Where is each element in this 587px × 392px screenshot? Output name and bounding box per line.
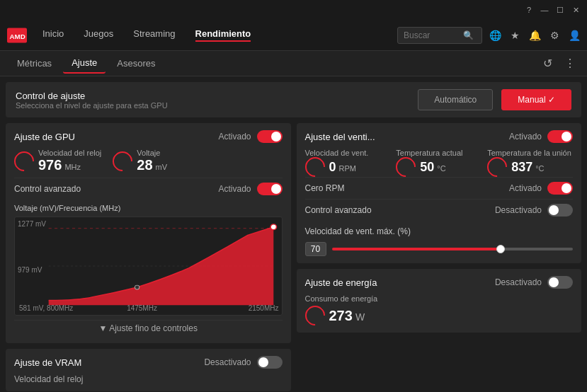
temp-union-metric: Temperatura de la unión 837 °C [487,149,573,177]
right-col: Ajuste del venti... Activado Velocidad d… [297,123,582,391]
tab-asesores[interactable]: Asesores [108,54,164,73]
gpu-card-status: Activado [218,132,251,142]
nav-bar: AMD Inicio Juegos Streaming Rendimiento … [0,20,587,51]
left-col: Ajuste de GPU Activado Velocidad del rel… [6,123,291,391]
sub-nav: Métricas Ajuste Asesores ↺ ⋮ [0,51,587,76]
chart-y1-label: 1277 mV [18,220,46,228]
fan-ctrl-avanzado-row: Control avanzado Desactivado [305,199,574,221]
fan-slider-row: 70 [305,242,574,256]
gpu-card: Ajuste de GPU Activado Velocidad del rel… [6,123,291,343]
ajuste-fino-btn[interactable]: ▼ Ajuste fino de controles [14,320,283,336]
help-btn[interactable]: ? [523,4,535,16]
fan-card-header: Ajuste del venti... Activado [305,130,574,143]
globe-icon[interactable]: 🌐 [488,28,502,42]
fan-speed-unit: RPM [339,164,356,173]
ctrl-avanzado-status: Activado [218,184,251,194]
two-col-layout: Ajuste de GPU Activado Velocidad del rel… [6,123,581,391]
temp-union-value: 837 [511,160,532,175]
sub-nav-actions: ↺ ⋮ [539,55,579,72]
vram-velocidad-label: Velocidad del reloj [14,374,283,384]
close-btn[interactable]: ✕ [570,4,581,16]
ctrl-avanzado-right: Activado [218,183,282,195]
fan-speed-icon [301,153,329,181]
search-input[interactable] [404,30,460,40]
gpu-toggle[interactable] [257,130,283,143]
title-bar: ? — ☐ ✕ [0,0,587,20]
vram-toggle[interactable] [257,356,283,369]
voltaje-metric: Voltaje 28 mV [113,149,167,173]
control-ajuste-label: Control de ajuste [16,91,409,101]
temp-union-label: Temperatura de la unión [487,149,573,157]
maximize-btn[interactable]: ☐ [554,4,566,16]
cero-rpm-status: Activado [509,183,542,193]
ctrl-avanzado-row: Control avanzado Activado [14,178,283,200]
chart-y2-label: 979 mV [18,266,42,274]
svg-point-4 [270,224,276,230]
vram-card: Ajuste de VRAM Desactivado Velocidad del… [6,349,291,391]
temp-union-icon [483,153,511,181]
consumo-label: Consumo de energía [305,294,574,303]
ctrl-avanzado-label: Control avanzado [14,184,81,194]
fan-ctrl-avanzado-label: Control avanzado [305,205,372,215]
energy-card-header: Ajuste de energía Desactivado [305,276,574,289]
voltaje-unit: mV [156,163,168,171]
fan-card-status: Activado [509,132,542,142]
consumo-icon [301,301,329,330]
automatico-btn[interactable]: Automático [418,89,493,110]
cero-rpm-right: Activado [509,182,573,195]
vram-title: Ajuste de VRAM [14,357,81,368]
nav-rendimiento[interactable]: Rendimiento [187,23,260,47]
fan-slider-thumb[interactable] [496,245,505,253]
fan-ctrl-status: Desactivado [495,205,542,215]
vram-status: Desactivado [204,357,251,367]
gpu-card-header: Ajuste de GPU Activado [14,130,283,143]
energy-toggle[interactable] [547,276,573,289]
minimize-btn[interactable]: — [539,4,550,16]
cero-rpm-label: Cero RPM [305,183,345,193]
fan-speed-metric: Velocidad de vent. 0 RPM [305,149,391,177]
sub-nav-tabs: Métricas Ajuste Asesores [8,53,164,74]
star-icon[interactable]: ★ [508,28,522,42]
vram-card-header: Ajuste de VRAM Desactivado [14,356,283,369]
fan-speed-label: Velocidad de vent. [305,149,391,157]
nav-juegos[interactable]: Juegos [75,23,122,47]
energy-card: Ajuste de energía Desactivado Consumo de… [297,269,582,333]
more-options-icon[interactable]: ⋮ [562,55,579,72]
nav-right: 🔍 🌐 ★ 🔔 ⚙ 👤 [397,27,581,44]
velocidad-reloj-metric: Velocidad del reloj 976 MHz [14,149,101,173]
velocidad-max-label: Velocidad de vent. máx. (%) [305,226,574,236]
energy-status: Desactivado [495,277,542,287]
chart-x3-label: 2150MHz [249,304,279,312]
velocidad-unit: MHz [64,163,81,171]
fan-slider-value: 70 [305,242,326,256]
chart-x2-label: 1475MHz [127,304,157,312]
tab-metricas[interactable]: Métricas [8,54,60,73]
fan-card-title: Ajuste del venti... [305,132,375,142]
search-box[interactable]: 🔍 [397,27,482,44]
ctrl-avanzado-toggle[interactable] [257,183,283,195]
temp-actual-icon [392,153,421,181]
settings-icon[interactable]: ⚙ [547,28,562,42]
voltaje-icon [108,147,137,175]
bell-icon[interactable]: 🔔 [528,28,542,42]
fan-ctrl-toggle[interactable] [547,204,573,217]
cero-rpm-toggle[interactable] [547,182,573,195]
chart-x1-label: 581 mV, 800MHz [19,304,73,312]
velocidad-icon [10,147,38,175]
temp-actual-metric: Temperatura actual 50 °C [396,149,481,177]
nav-links: Inicio Juegos Streaming Rendimiento [34,23,397,47]
nav-inicio[interactable]: Inicio [34,23,72,47]
refresh-icon[interactable]: ↺ [539,55,556,72]
chart-title: Voltaje (mV)/Frecuencia (MHz) [14,204,283,212]
user-icon[interactable]: 👤 [567,28,581,42]
fan-ctrl-right: Desactivado [495,204,573,217]
fan-card: Ajuste del venti... Activado Velocidad d… [297,123,582,263]
tab-ajuste[interactable]: Ajuste [63,53,106,74]
manual-btn[interactable]: Manual ✓ [501,89,571,110]
nav-streaming[interactable]: Streaming [125,23,183,47]
fan-toggle[interactable] [547,130,573,143]
svg-text:AMD: AMD [10,32,25,40]
fan-slider-track[interactable] [332,248,574,250]
fan-metrics-row: Velocidad de vent. 0 RPM Temperatura act… [305,149,574,177]
velocidad-label: Velocidad del reloj [38,149,101,157]
